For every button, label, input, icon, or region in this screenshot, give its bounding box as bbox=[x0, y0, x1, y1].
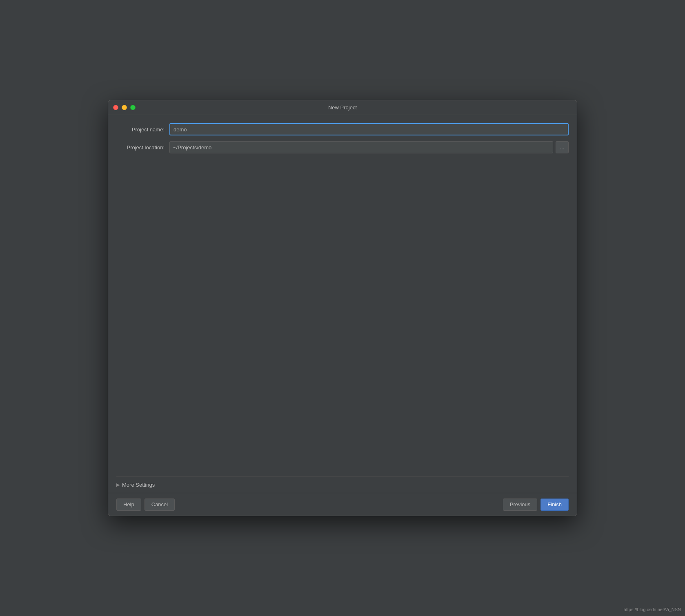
cancel-button[interactable]: Cancel bbox=[145, 499, 175, 511]
dialog-content: Project name: Project location: ... ▶ Mo… bbox=[108, 115, 577, 493]
project-location-row: Project location: ... bbox=[116, 141, 569, 153]
footer-left-buttons: Help Cancel bbox=[116, 499, 175, 511]
content-spacer bbox=[116, 159, 569, 476]
window-title: New Project bbox=[328, 104, 357, 111]
traffic-lights bbox=[113, 105, 136, 110]
new-project-dialog: New Project Project name: Project locati… bbox=[108, 100, 577, 516]
titlebar: New Project bbox=[108, 100, 577, 115]
close-button[interactable] bbox=[113, 105, 118, 110]
browse-button[interactable]: ... bbox=[556, 141, 569, 153]
help-button[interactable]: Help bbox=[116, 499, 141, 511]
watermark: https://blog.csdn.net/Vi_NSN bbox=[624, 607, 681, 612]
more-settings-arrow-icon: ▶ bbox=[116, 482, 120, 487]
finish-button[interactable]: Finish bbox=[540, 499, 569, 511]
project-name-label: Project name: bbox=[116, 126, 169, 133]
footer-right-buttons: Previous Finish bbox=[503, 499, 569, 511]
minimize-button[interactable] bbox=[122, 105, 127, 110]
previous-button[interactable]: Previous bbox=[503, 499, 538, 511]
more-settings-row[interactable]: ▶ More Settings bbox=[116, 476, 569, 493]
project-location-input[interactable] bbox=[169, 141, 553, 153]
project-name-input[interactable] bbox=[169, 123, 569, 135]
project-name-row: Project name: bbox=[116, 123, 569, 135]
maximize-button[interactable] bbox=[130, 105, 136, 110]
project-location-label: Project location: bbox=[116, 144, 169, 151]
more-settings-label: More Settings bbox=[122, 482, 155, 488]
dialog-footer: Help Cancel Previous Finish bbox=[108, 493, 577, 516]
